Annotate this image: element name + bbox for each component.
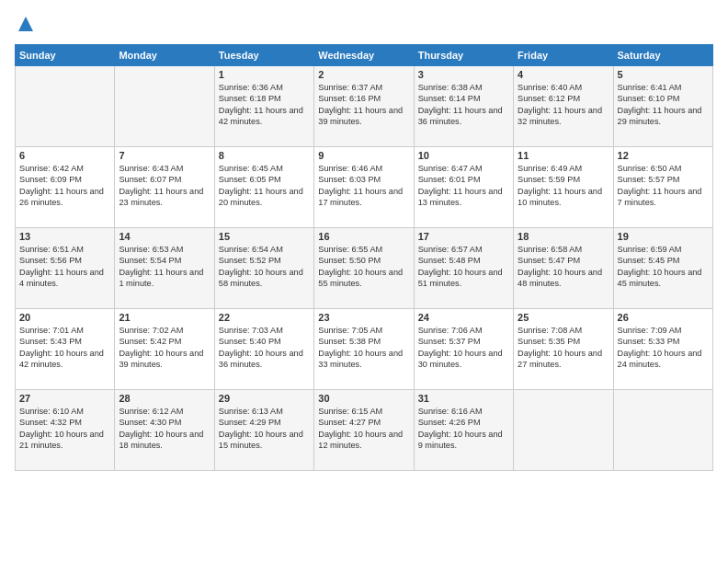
day-content: Sunrise: 6:12 AM Sunset: 4:30 PM Dayligh…	[119, 406, 210, 452]
calendar-cell	[16, 66, 115, 147]
calendar-cell: 25Sunrise: 7:08 AM Sunset: 5:35 PM Dayli…	[514, 309, 613, 390]
calendar-week-4: 20Sunrise: 7:01 AM Sunset: 5:43 PM Dayli…	[16, 309, 713, 390]
day-number: 2	[318, 69, 409, 80]
day-number: 22	[219, 312, 310, 323]
calendar-cell: 16Sunrise: 6:55 AM Sunset: 5:50 PM Dayli…	[314, 228, 414, 309]
logo	[15, 15, 35, 33]
calendar-cell: 9Sunrise: 6:46 AM Sunset: 6:03 PM Daylig…	[314, 147, 414, 228]
day-content: Sunrise: 6:53 AM Sunset: 5:54 PM Dayligh…	[119, 244, 210, 290]
calendar-cell: 24Sunrise: 7:06 AM Sunset: 5:37 PM Dayli…	[414, 309, 513, 390]
calendar-cell: 10Sunrise: 6:47 AM Sunset: 6:01 PM Dayli…	[414, 147, 513, 228]
calendar-week-2: 6Sunrise: 6:42 AM Sunset: 6:09 PM Daylig…	[16, 147, 713, 228]
day-number: 8	[219, 150, 310, 161]
day-number: 7	[119, 150, 210, 161]
weekday-header-friday: Friday	[514, 45, 613, 66]
day-content: Sunrise: 6:51 AM Sunset: 5:56 PM Dayligh…	[19, 244, 110, 290]
calendar-table: SundayMondayTuesdayWednesdayThursdayFrid…	[15, 44, 713, 471]
calendar-cell: 23Sunrise: 7:05 AM Sunset: 5:38 PM Dayli…	[314, 309, 414, 390]
calendar-week-5: 27Sunrise: 6:10 AM Sunset: 4:32 PM Dayli…	[16, 390, 713, 471]
day-number: 21	[119, 312, 210, 323]
calendar-cell: 2Sunrise: 6:37 AM Sunset: 6:16 PM Daylig…	[314, 66, 414, 147]
day-content: Sunrise: 6:50 AM Sunset: 5:57 PM Dayligh…	[618, 163, 709, 209]
calendar-cell: 30Sunrise: 6:15 AM Sunset: 4:27 PM Dayli…	[314, 390, 414, 471]
calendar-body: 1Sunrise: 6:36 AM Sunset: 6:18 PM Daylig…	[16, 66, 713, 471]
calendar-cell: 8Sunrise: 6:45 AM Sunset: 6:05 PM Daylig…	[214, 147, 313, 228]
weekday-header-sunday: Sunday	[16, 45, 115, 66]
weekday-header-row: SundayMondayTuesdayWednesdayThursdayFrid…	[16, 45, 713, 66]
day-number: 23	[318, 312, 409, 323]
day-number: 3	[418, 69, 509, 80]
day-content: Sunrise: 7:09 AM Sunset: 5:33 PM Dayligh…	[618, 325, 709, 371]
day-number: 9	[318, 150, 409, 161]
day-number: 15	[219, 231, 310, 242]
day-number: 13	[19, 231, 110, 242]
calendar-cell: 21Sunrise: 7:02 AM Sunset: 5:42 PM Dayli…	[115, 309, 214, 390]
day-content: Sunrise: 6:58 AM Sunset: 5:47 PM Dayligh…	[518, 244, 609, 290]
day-content: Sunrise: 6:46 AM Sunset: 6:03 PM Dayligh…	[318, 163, 409, 209]
calendar-cell: 28Sunrise: 6:12 AM Sunset: 4:30 PM Dayli…	[115, 390, 214, 471]
calendar-cell	[115, 66, 214, 147]
day-number: 10	[418, 150, 509, 161]
day-number: 24	[418, 312, 509, 323]
day-number: 28	[119, 393, 210, 404]
day-number: 6	[19, 150, 110, 161]
logo-icon	[17, 15, 35, 33]
day-number: 20	[19, 312, 110, 323]
calendar-cell: 27Sunrise: 6:10 AM Sunset: 4:32 PM Dayli…	[16, 390, 115, 471]
day-number: 25	[518, 312, 609, 323]
day-content: Sunrise: 6:38 AM Sunset: 6:14 PM Dayligh…	[418, 82, 509, 128]
day-number: 12	[618, 150, 709, 161]
calendar-cell	[613, 390, 712, 471]
calendar-cell: 15Sunrise: 6:54 AM Sunset: 5:52 PM Dayli…	[214, 228, 313, 309]
svg-marker-0	[18, 17, 33, 31]
day-content: Sunrise: 6:45 AM Sunset: 6:05 PM Dayligh…	[219, 163, 310, 209]
day-content: Sunrise: 7:08 AM Sunset: 5:35 PM Dayligh…	[518, 325, 609, 371]
day-content: Sunrise: 6:40 AM Sunset: 6:12 PM Dayligh…	[518, 82, 609, 128]
day-number: 5	[618, 69, 709, 80]
day-number: 14	[119, 231, 210, 242]
calendar-week-1: 1Sunrise: 6:36 AM Sunset: 6:18 PM Daylig…	[16, 66, 713, 147]
calendar-cell: 17Sunrise: 6:57 AM Sunset: 5:48 PM Dayli…	[414, 228, 513, 309]
day-number: 1	[219, 69, 310, 80]
weekday-header-monday: Monday	[115, 45, 214, 66]
calendar-cell: 1Sunrise: 6:36 AM Sunset: 6:18 PM Daylig…	[214, 66, 313, 147]
day-content: Sunrise: 7:02 AM Sunset: 5:42 PM Dayligh…	[119, 325, 210, 371]
day-content: Sunrise: 7:06 AM Sunset: 5:37 PM Dayligh…	[418, 325, 509, 371]
day-content: Sunrise: 6:15 AM Sunset: 4:27 PM Dayligh…	[318, 406, 409, 452]
day-content: Sunrise: 6:10 AM Sunset: 4:32 PM Dayligh…	[19, 406, 110, 452]
day-content: Sunrise: 6:57 AM Sunset: 5:48 PM Dayligh…	[418, 244, 509, 290]
weekday-header-tuesday: Tuesday	[214, 45, 313, 66]
day-content: Sunrise: 7:05 AM Sunset: 5:38 PM Dayligh…	[318, 325, 409, 371]
page-container: SundayMondayTuesdayWednesdayThursdayFrid…	[0, 0, 728, 478]
day-number: 26	[618, 312, 709, 323]
weekday-header-wednesday: Wednesday	[314, 45, 414, 66]
day-content: Sunrise: 6:49 AM Sunset: 5:59 PM Dayligh…	[518, 163, 609, 209]
weekday-header-thursday: Thursday	[414, 45, 513, 66]
day-number: 17	[418, 231, 509, 242]
day-content: Sunrise: 6:36 AM Sunset: 6:18 PM Dayligh…	[219, 82, 310, 128]
day-content: Sunrise: 6:54 AM Sunset: 5:52 PM Dayligh…	[219, 244, 310, 290]
calendar-header: SundayMondayTuesdayWednesdayThursdayFrid…	[16, 45, 713, 66]
day-number: 16	[318, 231, 409, 242]
day-content: Sunrise: 6:43 AM Sunset: 6:07 PM Dayligh…	[119, 163, 210, 209]
calendar-cell: 26Sunrise: 7:09 AM Sunset: 5:33 PM Dayli…	[613, 309, 712, 390]
day-number: 18	[518, 231, 609, 242]
day-number: 27	[19, 393, 110, 404]
calendar-cell: 3Sunrise: 6:38 AM Sunset: 6:14 PM Daylig…	[414, 66, 513, 147]
calendar-cell	[514, 390, 613, 471]
calendar-cell: 7Sunrise: 6:43 AM Sunset: 6:07 PM Daylig…	[115, 147, 214, 228]
calendar-cell: 14Sunrise: 6:53 AM Sunset: 5:54 PM Dayli…	[115, 228, 214, 309]
calendar-cell: 5Sunrise: 6:41 AM Sunset: 6:10 PM Daylig…	[613, 66, 712, 147]
header	[15, 15, 713, 33]
day-number: 11	[518, 150, 609, 161]
day-content: Sunrise: 6:42 AM Sunset: 6:09 PM Dayligh…	[19, 163, 110, 209]
calendar-cell: 20Sunrise: 7:01 AM Sunset: 5:43 PM Dayli…	[16, 309, 115, 390]
calendar-cell: 22Sunrise: 7:03 AM Sunset: 5:40 PM Dayli…	[214, 309, 313, 390]
day-content: Sunrise: 7:03 AM Sunset: 5:40 PM Dayligh…	[219, 325, 310, 371]
day-number: 31	[418, 393, 509, 404]
day-number: 4	[518, 69, 609, 80]
calendar-cell: 4Sunrise: 6:40 AM Sunset: 6:12 PM Daylig…	[514, 66, 613, 147]
calendar-cell: 31Sunrise: 6:16 AM Sunset: 4:26 PM Dayli…	[414, 390, 513, 471]
calendar-cell: 19Sunrise: 6:59 AM Sunset: 5:45 PM Dayli…	[613, 228, 712, 309]
day-content: Sunrise: 7:01 AM Sunset: 5:43 PM Dayligh…	[19, 325, 110, 371]
